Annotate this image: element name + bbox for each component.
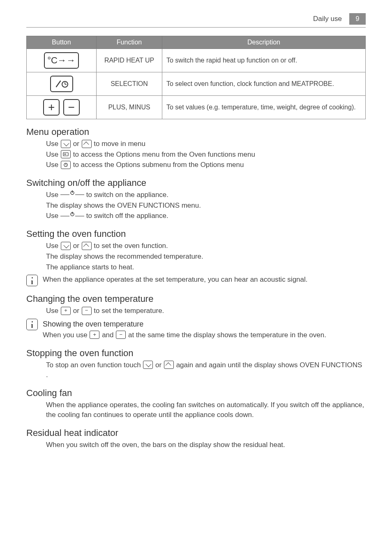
text: to switch on the appliance.: [86, 191, 168, 199]
info-note: ı Showing the oven temperature When you …: [26, 319, 366, 341]
text: The appliance starts to heat.: [46, 262, 366, 273]
chevron-down-icon: [143, 361, 153, 369]
function-cell: PLUS, MINUS: [97, 96, 162, 119]
th-description: Description: [162, 36, 366, 49]
text: Use: [46, 151, 60, 158]
text: To stop an oven function touch: [46, 361, 143, 369]
svg-rect-3: [63, 153, 68, 156]
text: Use: [46, 140, 60, 148]
header-section-title: Daily use: [313, 15, 342, 23]
text: or: [73, 140, 81, 148]
chevron-up-icon: [164, 361, 174, 369]
switching-title: Switching on/off the appliance: [26, 178, 366, 188]
info-icon: ı: [26, 275, 38, 286]
stopping-body: To stop an oven function touch or again …: [46, 360, 366, 380]
button-cell-rapid-heat: °C→→: [27, 49, 97, 72]
text: or: [73, 242, 81, 250]
function-cell: RAPID HEAT UP: [97, 49, 162, 72]
text: to switch off the appliance.: [86, 212, 168, 220]
minus-key-icon: −: [116, 331, 126, 339]
menu-operation-title: Menu operation: [26, 127, 366, 137]
text: When you use: [43, 331, 89, 339]
table-row: °C→→ RAPID HEAT UP To switch the rapid h…: [27, 49, 366, 72]
page-number: 9: [349, 13, 366, 25]
text: When the appliance operates, the cooling…: [46, 400, 366, 420]
switching-body: Use to switch on the appliance. The disp…: [46, 190, 366, 221]
info-icon: ı: [26, 319, 38, 330]
options-submenu-icon: [61, 161, 71, 169]
text: Use: [46, 212, 60, 220]
changing-body: Use + or − to set the temperature.: [46, 306, 366, 316]
setting-title: Setting the oven function: [26, 229, 366, 239]
text: to set the oven function.: [94, 242, 168, 250]
info-subhead: Showing the oven temperature: [43, 319, 366, 329]
residual-title: Residual heat indicator: [26, 428, 366, 438]
text: to access the Options menu from the Oven…: [73, 151, 255, 158]
power-icon: [60, 216, 69, 217]
text: at the same time the display shows the t…: [128, 331, 326, 339]
button-cell-selection: [27, 72, 97, 96]
menu-operation-body: Use or to move in menu Use to access the…: [46, 139, 366, 170]
text: The display shows the OVEN FUNCTIONS men…: [46, 201, 366, 211]
function-cell: SELECTION: [97, 72, 162, 96]
setting-body: Use or to set the oven function. The dis…: [46, 241, 366, 272]
power-icon: [60, 195, 69, 195]
text: Use: [46, 191, 60, 199]
chevron-down-icon: [61, 242, 71, 250]
text: or: [155, 361, 164, 369]
page-header: Daily use 9: [26, 13, 366, 28]
info-text: Showing the oven temperature When you us…: [43, 319, 366, 341]
changing-title: Changing the oven temperature: [26, 294, 366, 304]
info-text: When the appliance operates at the set t…: [43, 275, 366, 285]
selection-icon: [50, 76, 73, 92]
description-cell: To switch the rapid heat up function on …: [162, 49, 366, 72]
minus-icon: −: [63, 99, 80, 116]
cooling-fan-body: When the appliance operates, the cooling…: [46, 400, 366, 420]
cooling-fan-title: Cooling fan: [26, 388, 366, 398]
rapid-heat-up-icon: °C→→: [44, 52, 79, 69]
description-cell: To set values (e.g. temperature, time, w…: [162, 96, 366, 119]
table-row: SELECTION To select oven function, clock…: [27, 72, 366, 96]
description-cell: To select oven function, clock function …: [162, 72, 366, 96]
th-button: Button: [27, 36, 97, 49]
residual-body: When you switch off the oven, the bars o…: [46, 440, 366, 450]
text: The display shows the recommended temper…: [46, 252, 366, 262]
plus-icon: +: [43, 99, 60, 116]
table-row: + − PLUS, MINUS To set values (e.g. temp…: [27, 96, 366, 119]
text: and: [102, 331, 115, 339]
chevron-down-icon: [61, 140, 71, 148]
plus-key-icon: +: [90, 331, 99, 339]
plus-key-icon: +: [61, 307, 71, 315]
text: When you switch off the oven, the bars o…: [46, 440, 366, 450]
text: to move in menu: [94, 140, 145, 148]
stopping-title: Stopping the oven function: [26, 348, 366, 359]
text: Use: [46, 242, 60, 250]
chevron-up-icon: [82, 242, 92, 250]
button-function-table: Button Function Description °C→→ RAPID H…: [26, 36, 366, 119]
text: or: [73, 307, 81, 315]
chevron-up-icon: [82, 140, 92, 148]
minus-key-icon: −: [82, 307, 92, 315]
button-cell-plus-minus: + −: [27, 96, 97, 119]
text: Use: [46, 161, 60, 169]
text: to set the temperature.: [94, 307, 164, 315]
options-menu-icon: [61, 150, 71, 158]
text: Use: [46, 307, 60, 315]
text: to access the Options submenu from the O…: [73, 161, 244, 169]
info-note: ı When the appliance operates at the set…: [26, 275, 366, 286]
th-function: Function: [97, 36, 162, 49]
